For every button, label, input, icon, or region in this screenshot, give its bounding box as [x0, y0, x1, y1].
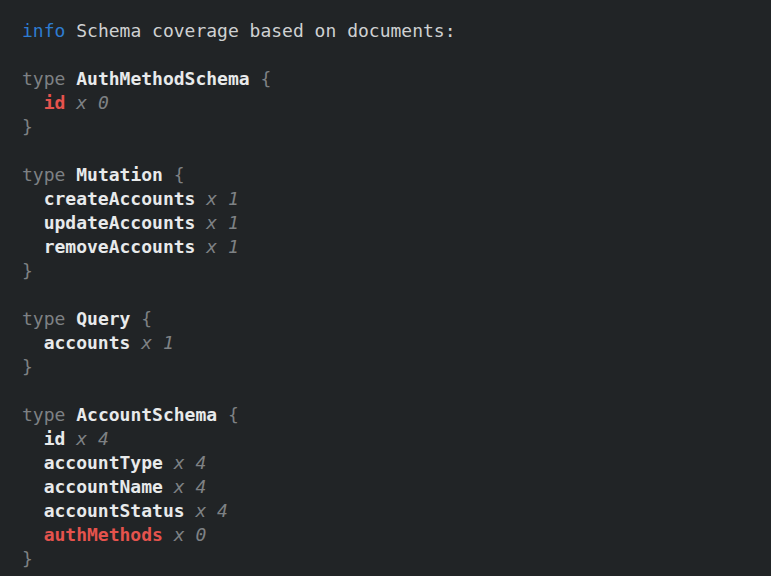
field-count: x 0 [76, 92, 109, 113]
field-line: updateAccounts x 1 [22, 211, 771, 235]
log-level-badge: info [22, 20, 65, 41]
field-line: accountName x 4 [22, 475, 771, 499]
field-count: x 4 [76, 428, 109, 449]
field-line: accountType x 4 [22, 451, 771, 475]
type-name: AccountSchema [76, 404, 217, 425]
field-count: x 0 [174, 524, 207, 545]
type-block-account-schema: type AccountSchema { id x 4 accountType … [22, 403, 771, 571]
blank-line [22, 379, 771, 403]
field-line: id x 4 [22, 427, 771, 451]
field-count: x 1 [206, 188, 239, 209]
type-name: AuthMethodSchema [76, 68, 249, 89]
field-name: updateAccounts [44, 212, 196, 233]
field-line: removeAccounts x 1 [22, 235, 771, 259]
open-brace: { [228, 404, 239, 425]
field-line: authMethods x 0 [22, 523, 771, 547]
type-header: type AuthMethodSchema { [22, 67, 771, 91]
type-name: Query [76, 308, 130, 329]
field-count: x 4 [174, 476, 207, 497]
type-block-mutation: type Mutation { createAccounts x 1 updat… [22, 163, 771, 283]
close-line: } [22, 115, 771, 139]
open-brace: { [260, 68, 271, 89]
field-name: authMethods [44, 524, 163, 545]
open-brace: { [174, 164, 185, 185]
field-count: x 1 [206, 212, 239, 233]
field-line: accounts x 1 [22, 331, 771, 355]
field-count: x 1 [206, 236, 239, 257]
type-header: type Query { [22, 307, 771, 331]
type-keyword: type [22, 308, 65, 329]
field-line: id x 0 [22, 91, 771, 115]
open-brace: { [141, 308, 152, 329]
type-name: Mutation [76, 164, 163, 185]
field-name: createAccounts [44, 188, 196, 209]
close-line: } [22, 547, 771, 571]
type-block-query: type Query { accounts x 1 } [22, 307, 771, 379]
close-brace: } [22, 548, 33, 569]
blank-line [22, 43, 771, 67]
type-keyword: type [22, 68, 65, 89]
close-brace: } [22, 356, 33, 377]
field-count: x 4 [195, 500, 228, 521]
field-name: accounts [44, 332, 131, 353]
field-name: accountName [44, 476, 163, 497]
field-name: removeAccounts [44, 236, 196, 257]
blank-line [22, 139, 771, 163]
field-count: x 4 [174, 452, 207, 473]
type-header: type AccountSchema { [22, 403, 771, 427]
field-line: createAccounts x 1 [22, 187, 771, 211]
close-line: } [22, 355, 771, 379]
field-name: id [44, 428, 66, 449]
field-name: accountType [44, 452, 163, 473]
field-line: accountStatus x 4 [22, 499, 771, 523]
type-block-auth-method-schema: type AuthMethodSchema { id x 0 } [22, 67, 771, 139]
terminal-output[interactable]: info Schema coverage based on documents:… [0, 0, 771, 576]
close-brace: } [22, 260, 33, 281]
close-line: } [22, 259, 771, 283]
field-name: accountStatus [44, 500, 185, 521]
info-line: info Schema coverage based on documents: [22, 19, 771, 43]
field-name: id [44, 92, 66, 113]
log-message: Schema coverage based on documents: [76, 20, 455, 41]
field-count: x 1 [141, 332, 174, 353]
type-keyword: type [22, 404, 65, 425]
blank-line [22, 283, 771, 307]
close-brace: } [22, 116, 33, 137]
type-header: type Mutation { [22, 163, 771, 187]
type-keyword: type [22, 164, 65, 185]
